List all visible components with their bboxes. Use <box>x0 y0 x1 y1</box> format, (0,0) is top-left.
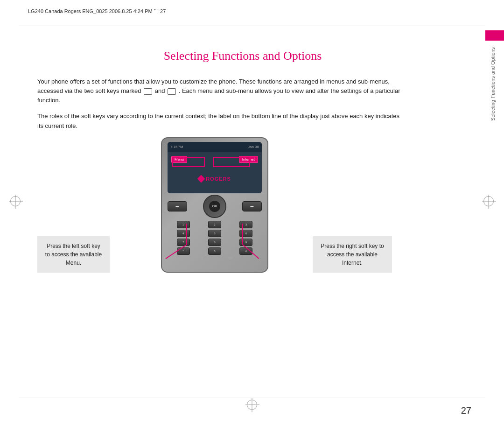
key-0: 0 <box>208 247 221 255</box>
screen-internet-btn: Internet <box>239 156 258 163</box>
page-title: Selecting Functions and Options <box>37 49 448 63</box>
left-minus-icon: – <box>175 203 179 210</box>
key-5: 5 <box>208 230 221 237</box>
left-soft-key: – <box>168 201 187 212</box>
sidebar-label: Selecting Functions and Options <box>490 47 497 121</box>
mp3-icon: MP3 <box>169 256 176 260</box>
key-1: 1 <box>177 221 190 228</box>
nav-circle: OK <box>203 195 226 218</box>
main-content: Selecting Functions and Options Your pho… <box>28 26 476 397</box>
ok-button: OK <box>209 201 220 212</box>
key-6: 6 <box>239 230 252 237</box>
phone-outer: 7:15PM Jan 08 Menu Internet ROGERS <box>161 137 268 273</box>
screen-menu-btn: Menu <box>171 156 187 163</box>
soft-key-icon-right <box>168 88 176 95</box>
right-sidebar: Selecting Functions and Options <box>482 26 504 397</box>
key-star: * <box>177 247 190 255</box>
screen-status-bar: 7:15PM Jan 08 <box>168 142 262 152</box>
screen-date: Jan 08 <box>248 145 259 149</box>
page-number: 27 <box>461 405 471 416</box>
nav-row: – OK – <box>168 195 262 218</box>
body-paragraph-1: Your phone offers a set of functions tha… <box>37 77 401 105</box>
registration-mark-bottom <box>247 400 257 410</box>
key-4: 4 <box>177 230 190 237</box>
epsilon-icon: ε <box>201 256 203 260</box>
camera-icon: ⌂ <box>258 256 260 260</box>
key-3: 3 <box>239 221 252 228</box>
sidebar-accent <box>485 30 504 41</box>
phone-diagram: 7:15PM Jan 08 Menu Internet ROGERS <box>161 137 268 273</box>
key-8: 8 <box>208 239 221 246</box>
ok-label: OK <box>228 256 233 260</box>
diagram-wrapper: Press the left soft key to access the av… <box>37 137 392 282</box>
phone-screen: 7:15PM Jan 08 Menu Internet ROGERS <box>168 142 262 193</box>
soft-key-icon-left <box>144 88 152 95</box>
screen-middle: ROGERS <box>168 165 262 193</box>
key-9: 9 <box>239 239 252 246</box>
rogers-logo: ROGERS <box>198 176 231 182</box>
callout-right: Press the right soft key to access the a… <box>313 236 392 273</box>
screen-inner: 7:15PM Jan 08 Menu Internet ROGERS <box>168 142 262 193</box>
screen-soft-buttons: Menu Internet <box>168 154 262 165</box>
key-row-3: 7 8 9 <box>168 239 262 246</box>
key-row-2: 4 5 6 <box>168 230 262 237</box>
key-7: 7 <box>177 239 190 246</box>
rogers-brand: ROGERS <box>206 176 231 182</box>
body-paragraph-2: The roles of the soft keys vary accordin… <box>37 112 401 130</box>
key-row-4: * 0 # <box>168 247 262 255</box>
key-row-1: 1 2 3 <box>168 221 262 228</box>
key-2: 2 <box>208 221 221 228</box>
right-minus-icon: – <box>250 203 254 210</box>
key-hash: # <box>239 247 252 255</box>
header-text: LG240 Canada Rogers ENG_0825 2006.8.25 4… <box>28 8 476 14</box>
registration-mark-left <box>10 196 21 206</box>
and-word: and <box>155 87 167 94</box>
phone-body: 7:15PM Jan 08 Menu Internet ROGERS <box>161 137 268 273</box>
rogers-diamond-icon <box>197 175 205 183</box>
bottom-icons-bar: MP3 ε OK ⌂ <box>168 256 262 260</box>
screen-time: 7:15PM <box>170 145 183 149</box>
callout-left: Press the left soft key to access the av… <box>37 236 110 273</box>
right-soft-key: – <box>242 201 262 212</box>
phone-keypad: – OK – 1 2 <box>168 191 262 268</box>
